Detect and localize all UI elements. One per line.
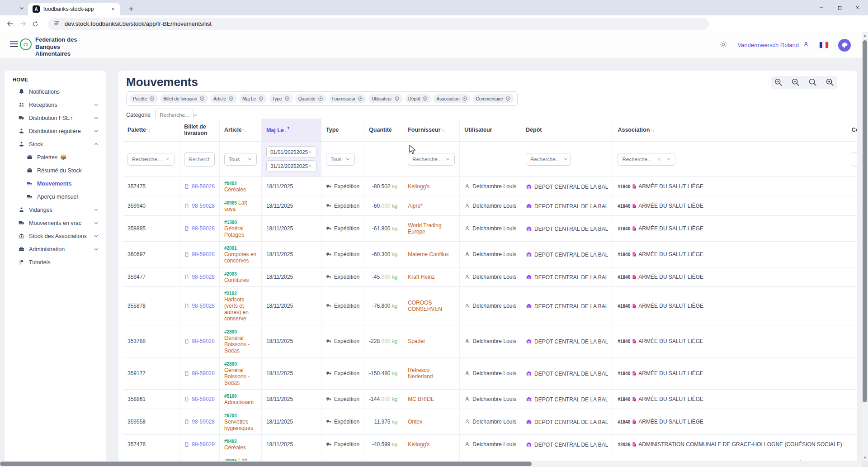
sidebar-item-tutoriels[interactable]: Tutoriels xyxy=(5,256,106,269)
clear-icon[interactable] xyxy=(657,157,661,162)
vertical-scrollbar[interactable]: ▲ ▼ xyxy=(862,32,868,461)
date-to-input[interactable]: 31/12/20252025 xyxy=(266,160,316,172)
column-header-depot[interactable]: Dépôt xyxy=(521,119,613,142)
column-header-utilisateur[interactable]: Utilisateur xyxy=(460,119,521,142)
maximize-icon[interactable] xyxy=(836,5,843,11)
date-from-input[interactable]: 01/01/20252025 xyxy=(266,146,316,158)
filter-chip-association[interactable]: Association xyxy=(433,94,470,103)
chip-remove-icon[interactable] xyxy=(422,96,428,101)
chip-remove-icon[interactable] xyxy=(199,96,205,101)
filter-chip-utilisateur[interactable]: Utilisateur xyxy=(368,94,402,103)
filter-chip-fournisseur[interactable]: Fournisseur xyxy=(329,94,367,103)
reload-icon[interactable] xyxy=(29,18,42,30)
scroll-up-icon[interactable]: ▲ xyxy=(862,32,868,38)
sidebar-item-mouvements-en-vrac[interactable]: Mouvements en vrac xyxy=(5,216,106,229)
zoom-in-icon[interactable] xyxy=(825,77,835,87)
billet-link[interactable]: 98-59028 xyxy=(184,396,215,402)
horizontal-scrollbar[interactable] xyxy=(0,461,862,467)
filter-chip-billet-de-livraison[interactable]: Billet de livraison xyxy=(160,94,208,103)
sidebar-item-stock-des-associations[interactable]: Stock des Associations xyxy=(5,229,106,243)
table-row[interactable]: 35587898-59028#2102 Haricots (verts et a… xyxy=(123,287,857,325)
table-row[interactable]: 35955898-59028#6704 Serviettes hygiéniqu… xyxy=(123,409,857,435)
filter-chip-type[interactable]: Type xyxy=(269,94,293,103)
sidebar-item-mouvements[interactable]: Mouvements xyxy=(5,177,106,190)
sidebar-item-notifications[interactable]: Notifications xyxy=(5,85,106,98)
sidebar-item-distribution-fse[interactable]: Distribution FSE+ xyxy=(5,111,106,124)
hamburger-menu-icon[interactable] xyxy=(10,41,18,47)
table-row[interactable]: 35889598-59028#1300 Général Potages18/11… xyxy=(123,216,857,242)
column-header-palette[interactable]: Palette↑↓ xyxy=(123,119,179,142)
column-header-article[interactable]: Article↑↓ xyxy=(219,119,261,142)
association-filter-select[interactable]: Recherche... xyxy=(618,153,675,166)
sidebar-item-stock[interactable]: Stock xyxy=(5,138,106,151)
tab-close-icon[interactable] xyxy=(109,5,117,13)
sidebar-item-administration[interactable]: Administration xyxy=(5,243,106,256)
article-filter-select[interactable]: Tous xyxy=(224,153,257,166)
horizontal-scrollbar-thumb[interactable] xyxy=(0,462,532,466)
chip-remove-icon[interactable] xyxy=(394,96,400,101)
filter-chip-palette[interactable]: Palette xyxy=(130,94,158,103)
table-row[interactable]: 35747698-59029#0402 Céréales18/11/2025Ex… xyxy=(123,435,857,454)
sidebar-item-apercu-mensuel[interactable]: Aperçu mensuel xyxy=(5,190,106,203)
filter-chip-depot[interactable]: Dépôt xyxy=(405,94,431,103)
column-header-quantite[interactable]: Quantité xyxy=(364,119,403,142)
sidebar-item-vidanges[interactable]: Vidanges xyxy=(5,203,106,216)
filter-chip-maj-le[interactable]: Maj Le xyxy=(239,94,267,103)
table-row[interactable]: 35947798-59028#2003 Confitures18/11/2025… xyxy=(123,267,857,287)
table-row[interactable]: 35747598-59028#0402 Céréales18/11/2025Ex… xyxy=(123,177,857,196)
theme-palette-button[interactable] xyxy=(838,39,851,52)
billet-link[interactable]: 98-59028 xyxy=(184,370,215,376)
chip-remove-icon[interactable] xyxy=(358,96,363,101)
commentaire-filter-input[interactable] xyxy=(852,152,857,167)
billet-link[interactable]: 98-59029 xyxy=(184,441,215,448)
browser-tab[interactable]: A foodbanks-stock-app xyxy=(28,3,120,15)
sidebar-item-resume-du-stock[interactable]: Résumé du Stock xyxy=(5,164,106,177)
filter-chip-article[interactable]: Article xyxy=(210,94,237,103)
user-menu[interactable]: Vandermeersch Roland xyxy=(737,41,810,49)
column-header-billet-de-livraison[interactable]: Billet de livraison xyxy=(179,119,220,142)
billet-link[interactable]: 98-59028 xyxy=(184,225,215,232)
billet-link[interactable]: 98-59028 xyxy=(184,338,215,344)
column-header-commentaire[interactable]: Commentaire xyxy=(847,119,857,142)
billet-link[interactable]: 98-59028 xyxy=(184,274,215,280)
french-flag-icon[interactable] xyxy=(820,42,828,48)
back-icon[interactable] xyxy=(4,18,16,30)
zoom-decrease-icon[interactable] xyxy=(790,77,801,87)
new-tab-button[interactable]: + xyxy=(126,4,137,14)
search-icon[interactable] xyxy=(807,77,818,87)
url-bar[interactable]: dev.stock.foodbanksit.be/stock/app/fr-BE… xyxy=(48,18,709,30)
table-row[interactable]: 35994098-59028#0905 Lait soya18/11/2025E… xyxy=(123,196,857,216)
clear-date-icon[interactable] xyxy=(308,164,312,168)
billet-link[interactable]: 98-59028 xyxy=(184,419,215,425)
chip-remove-icon[interactable] xyxy=(318,96,323,101)
type-filter-select[interactable]: Tous xyxy=(326,153,355,166)
chip-remove-icon[interactable] xyxy=(258,96,264,101)
billet-link[interactable]: 98-59028 xyxy=(184,183,215,190)
theme-toggle-icon[interactable] xyxy=(719,40,727,50)
depot-filter-select[interactable]: Recherche... xyxy=(526,153,571,166)
table-row[interactable]: 35886198-59028#5106 Adoucissant18/11/202… xyxy=(123,390,857,409)
table-row[interactable]: 35378898-59028#2800 Général Boissons -So… xyxy=(123,325,857,357)
tab-search-button[interactable] xyxy=(16,3,27,13)
clear-date-icon[interactable] xyxy=(308,150,312,154)
billet-filter-input[interactable] xyxy=(184,152,215,167)
column-header-type[interactable]: Type xyxy=(321,119,364,142)
scroll-down-icon[interactable]: ▼ xyxy=(862,454,868,461)
zoom-out-icon[interactable] xyxy=(773,77,784,87)
column-header-association[interactable]: Association↑↓ xyxy=(613,119,847,142)
chip-remove-icon[interactable] xyxy=(284,96,290,101)
vertical-scrollbar-thumb[interactable] xyxy=(863,40,867,402)
minimize-icon[interactable] xyxy=(818,5,825,11)
column-header-maj-le[interactable]: Maj Le↓ xyxy=(261,119,321,142)
chip-remove-icon[interactable] xyxy=(149,96,155,101)
billet-link[interactable]: 98-59028 xyxy=(184,203,215,209)
site-settings-icon[interactable] xyxy=(53,19,60,28)
forward-icon[interactable] xyxy=(16,18,29,30)
filter-chip-commentaire[interactable]: Commentaire xyxy=(473,94,514,103)
filter-chip-quantite[interactable]: Quantité xyxy=(295,94,326,103)
billet-link[interactable]: 98-59028 xyxy=(184,303,215,309)
chip-remove-icon[interactable] xyxy=(228,96,234,101)
table-row[interactable]: 36069798-59028#2001 Compotes en conserve… xyxy=(123,242,857,267)
billet-link[interactable]: 98-59028 xyxy=(184,251,215,257)
chip-remove-icon[interactable] xyxy=(462,96,467,101)
